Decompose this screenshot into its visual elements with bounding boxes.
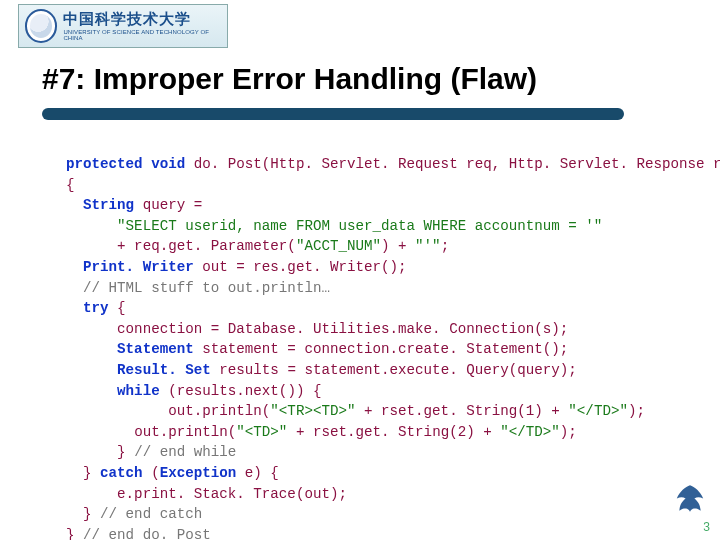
code-text: (results.next()) { [160,383,322,399]
code-kw: Statement [117,341,194,357]
code-text: + rset.get. String(2) + [287,424,500,440]
code-kw: try [83,300,109,316]
code-text: { [109,300,126,316]
code-str: "'" [415,238,441,254]
code-text: results = statement.execute. Query(query… [219,362,577,378]
eagle-watermark-icon [668,480,712,524]
code-text: e.print. Stack. Trace(out); [117,486,347,502]
code-text: ); [560,424,577,440]
code-text: } [83,506,100,522]
page-number: 3 [703,520,710,534]
code-comment: // HTML stuff to out.println… [83,280,330,296]
code-str: "<TD>" [236,424,287,440]
code-kw: Exception [160,465,237,481]
code-block: protected void do. Post(Http. Servlet. R… [66,154,690,540]
code-text: out = res.get. Writer(); [202,259,406,275]
code-kw: void [151,156,185,172]
code-kw: Print. Writer [83,259,194,275]
code-text: + req.get. Parameter( [117,238,296,254]
code-kw: while [117,383,160,399]
code-str: "SELECT userid, name FROM user_data WHER… [117,218,602,234]
code-text: do. Post(Http. Servlet. Request req, Htt… [194,156,720,172]
code-text: statement = connection.create. Statement… [202,341,568,357]
code-text: ( [143,465,160,481]
code-text: ) + [381,238,415,254]
code-text: } [83,465,100,481]
code-text: { [66,177,75,193]
code-text: e) { [236,465,279,481]
code-str: "ACCT_NUM" [296,238,381,254]
code-comment: // end do. Post [83,527,211,540]
code-kw: protected [66,156,143,172]
code-comment: // end while [134,444,236,460]
code-comment: // end catch [100,506,202,522]
code-kw: String [83,197,134,213]
title-underline [42,108,624,120]
code-kw: catch [100,465,143,481]
code-str: "<TR><TD>" [270,403,355,419]
code-str: "</TD>" [568,403,628,419]
code-text: out.println( [134,424,236,440]
code-text: ); [628,403,645,419]
university-logo-text: 中国科学技术大学 UNIVERSITY OF SCIENCE AND TECHN… [63,12,221,41]
university-logo-bar: 中国科学技术大学 UNIVERSITY OF SCIENCE AND TECHN… [18,4,228,48]
code-str: "</TD>" [500,424,560,440]
slide-title: #7: Improper Error Handling (Flaw) [42,62,537,96]
code-text: + rset.get. String(1) + [355,403,568,419]
code-kw: Result. Set [117,362,211,378]
code-text: connection = Database. Utilities.make. C… [117,321,568,337]
code-text: ; [441,238,450,254]
university-name-en: UNIVERSITY OF SCIENCE AND TECHNOLOGY OF … [63,29,221,41]
university-name-cn: 中国科学技术大学 [63,12,221,27]
code-text: out.println( [168,403,270,419]
code-text: } [66,527,83,540]
code-text: query = [143,197,203,213]
code-text: } [117,444,134,460]
university-seal-icon [25,9,57,43]
